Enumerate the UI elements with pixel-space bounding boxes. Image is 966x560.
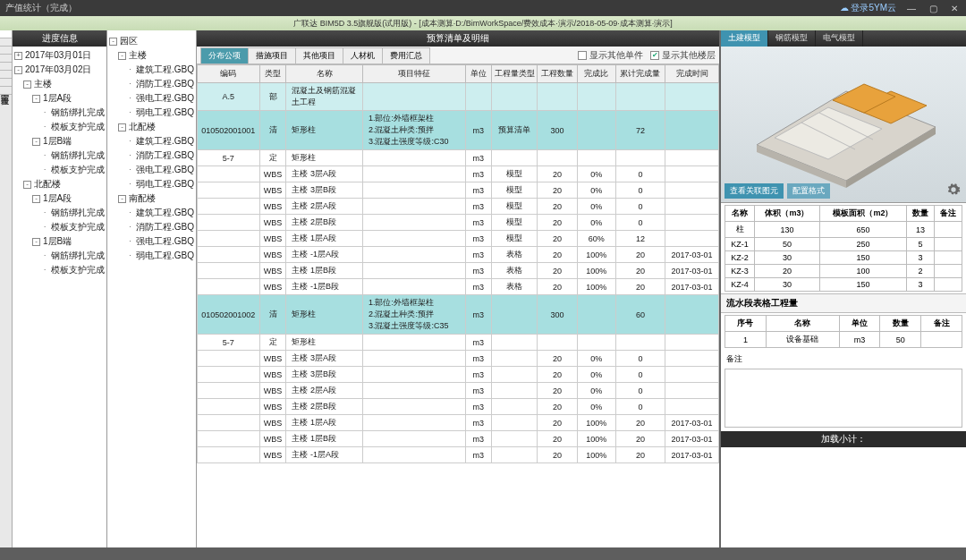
center-tab-0[interactable]: 分布公项 [200, 47, 249, 64]
table-row[interactable]: WBS主楼 -1层A段m320100%202017-03-01 [198, 447, 719, 463]
right-tab-2[interactable]: 电气模型 [816, 30, 863, 47]
tree-node[interactable]: ·弱电工程.GBQ [107, 106, 196, 120]
collapse-icon[interactable]: - [23, 81, 31, 89]
center-tab-4[interactable]: 费用汇总 [382, 47, 430, 64]
check-show-other-b[interactable]: ✔显示其他楼层 [650, 49, 716, 62]
tree-node[interactable]: -1层B端 [13, 234, 106, 249]
col-header[interactable]: 工程数量 [538, 65, 577, 83]
table-row[interactable]: 5-7定矩形柱m3 [198, 335, 719, 351]
collapse-icon[interactable]: - [32, 95, 40, 103]
check-show-other-a[interactable]: 显示其他单件 [578, 49, 643, 62]
col-header[interactable]: 名称 [286, 65, 362, 83]
col-header[interactable]: 模板面积（m2） [819, 206, 906, 222]
table-row[interactable]: WBS主楼 2层A段m3模型200%0 [198, 199, 719, 215]
rail-tab-6[interactable]: 成本追踪 [0, 79, 12, 87]
col-header[interactable]: 工程量类型 [491, 65, 537, 83]
rail-tab-1[interactable]: 清单关联 [0, 38, 12, 47]
collapse-icon[interactable]: - [32, 195, 40, 203]
col-header[interactable]: 完成时间 [665, 65, 719, 83]
tree-node[interactable]: ·模板支护完成 [13, 263, 106, 277]
tree-node[interactable]: ·弱电工程.GBQ [107, 177, 196, 191]
tree-node[interactable]: ·消防工程.GBQ [107, 77, 196, 91]
center-tab-2[interactable]: 其他项目 [295, 47, 343, 64]
col-header[interactable]: 数量 [880, 316, 921, 332]
table-row[interactable]: KZ-2301503 [725, 251, 962, 265]
tree-node[interactable]: +2017年03月01日 [13, 48, 106, 63]
table-row[interactable]: WBS主楼 3层B段m3200%0 [198, 367, 719, 383]
table-row[interactable]: WBS主楼 -1层A段m3表格20100%202017-03-01 [198, 247, 719, 263]
table-row[interactable]: 1设备基础m350 [725, 332, 962, 348]
tree-node[interactable]: ·消防工程.GBQ [107, 148, 196, 163]
table-row[interactable]: 010502001002清矩形柱1.部位:外墙框架柱2.混凝土种类:预拌3.混凝… [198, 295, 719, 335]
col-header[interactable]: 编码 [198, 65, 260, 83]
col-header[interactable]: 备注 [934, 206, 962, 222]
collapse-icon[interactable]: - [109, 38, 117, 46]
rail-tab-7[interactable]: 报表管理 [0, 87, 12, 95]
center-tab-3[interactable]: 人材机 [343, 47, 383, 64]
table-row[interactable]: WBS主楼 1层A段m320100%202017-03-01 [198, 415, 719, 431]
col-header[interactable]: 累计完成量 [615, 65, 665, 83]
table-row[interactable]: KZ-3201002 [725, 265, 962, 278]
rail-tab-2[interactable]: 合约规划 [0, 47, 12, 55]
tree-node[interactable]: ·钢筋绑扎完成 [13, 249, 106, 263]
tree-node[interactable]: -主楼 [13, 77, 106, 91]
close-button[interactable]: ✕ [948, 3, 961, 13]
table-row[interactable]: WBS主楼 2层B段m3模型200%0 [198, 215, 719, 231]
table-row[interactable]: WBS主楼 -1层B段m3表格20100%202017-03-01 [198, 279, 719, 295]
table-row[interactable]: WBS主楼 1层B段m3表格20100%202017-03-01 [198, 263, 719, 279]
col-header[interactable]: 名称 [766, 316, 839, 332]
collapse-icon[interactable]: - [118, 123, 126, 132]
rail-tab-4[interactable]: 主材对比 [0, 63, 12, 71]
tree-node[interactable]: ·建筑工程.GBQ [107, 134, 196, 148]
tree-node[interactable]: -1层A段 [13, 191, 106, 206]
tree-node[interactable]: -南配楼 [107, 191, 196, 206]
tree-node[interactable]: -1层B端 [13, 134, 106, 148]
tree-node[interactable]: ·钢筋绑扎完成 [13, 148, 106, 163]
collapse-icon[interactable]: - [32, 138, 40, 146]
table-row[interactable]: KZ-1502505 [725, 238, 962, 251]
rail-tab-3[interactable]: 广联达对比 [0, 55, 12, 63]
col-header[interactable]: 完成比 [577, 65, 615, 83]
table-row[interactable]: A.5部混凝土及钢筋混凝土工程 [198, 83, 719, 111]
table-row[interactable]: WBS主楼 2层B段m3200%0 [198, 399, 719, 415]
rail-tab-0[interactable]: 施工范围 [0, 30, 12, 38]
gear-icon[interactable] [946, 182, 961, 197]
collapse-icon[interactable]: - [118, 195, 126, 203]
col-header[interactable]: 单位 [465, 65, 491, 83]
table-row[interactable]: KZ-4301503 [725, 278, 962, 292]
table-row[interactable]: 柱13065013 [725, 222, 962, 238]
expand-icon[interactable]: + [14, 52, 22, 60]
tree-node[interactable]: ·模板支护完成 [13, 120, 106, 134]
rail-tab-5[interactable]: 分包合同 [0, 71, 12, 79]
tree-node[interactable]: ·模板支护完成 [13, 220, 106, 234]
tree-node[interactable]: ·建筑工程.GBQ [107, 206, 196, 220]
remark-textarea[interactable] [724, 369, 962, 428]
col-header[interactable]: 项目特征 [362, 65, 465, 83]
view-related-button[interactable]: 查看关联图元 [724, 183, 784, 199]
table-row[interactable]: 010502001001清矩形柱1.部位:外墙框架柱2.混凝土种类:预拌3.混凝… [198, 111, 719, 150]
tree-node[interactable]: ·钢筋绑扎完成 [13, 106, 106, 120]
tree-node[interactable]: ·模板支护完成 [13, 163, 106, 177]
table-row[interactable]: WBS主楼 3层A段m3模型200%0 [198, 166, 719, 182]
collapse-icon[interactable]: - [23, 181, 31, 189]
tree-node[interactable]: -1层A段 [13, 91, 106, 106]
table-row[interactable]: WBS主楼 2层A段m3200%0 [198, 383, 719, 399]
collapse-icon[interactable]: - [32, 238, 40, 246]
col-header[interactable]: 序号 [725, 316, 767, 332]
table-row[interactable]: WBS主楼 1层A段m3模型2060%12 [198, 231, 719, 247]
col-header[interactable]: 体积（m3） [755, 206, 820, 222]
progress-tree[interactable]: +2017年03月01日-2017年03月02日-主楼-1层A段·钢筋绑扎完成·… [13, 47, 106, 547]
right-tab-1[interactable]: 钢筋模型 [768, 30, 816, 47]
table-row[interactable]: WBS主楼 3层A段m3200%0 [198, 351, 719, 367]
col-header[interactable]: 名称 [725, 206, 755, 222]
tree-node[interactable]: -2017年03月02日 [13, 63, 106, 77]
tree-node[interactable]: ·建筑工程.GBQ [107, 63, 196, 77]
tree-node[interactable]: -园区 [107, 34, 196, 48]
model-viewer[interactable]: 查看关联图元 配置格式 [721, 47, 966, 203]
tree-node[interactable]: ·强电工程.GBQ [107, 234, 196, 249]
col-header[interactable]: 类型 [259, 65, 286, 83]
col-header[interactable]: 数量 [906, 206, 934, 222]
minimize-button[interactable]: — [905, 3, 918, 13]
zone-tree[interactable]: -园区-主楼·建筑工程.GBQ·消防工程.GBQ·强电工程.GBQ·弱电工程.G… [107, 30, 196, 547]
tree-node[interactable]: -北配楼 [13, 177, 106, 191]
